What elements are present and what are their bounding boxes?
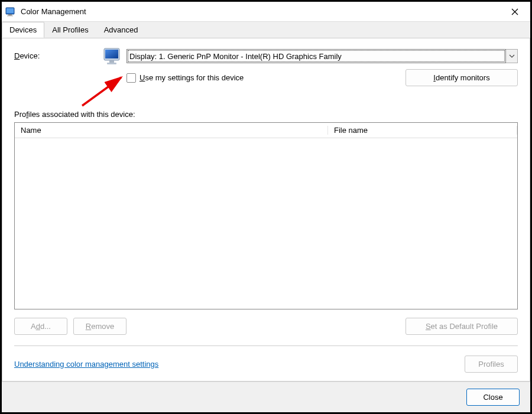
- table-body-empty: [15, 138, 517, 309]
- close-icon: [511, 8, 518, 15]
- profiles-table[interactable]: Name File name: [14, 122, 518, 309]
- tab-strip: Devices All Profiles Advanced: [2, 22, 530, 38]
- svg-rect-10: [107, 63, 116, 64]
- column-header-filename[interactable]: File name: [328, 126, 517, 135]
- window-title: Color Management: [21, 7, 503, 16]
- svg-rect-8: [105, 50, 118, 58]
- use-my-settings-checkbox[interactable]: [126, 73, 136, 83]
- understanding-link[interactable]: Understanding color management settings: [14, 360, 158, 369]
- svg-rect-9: [109, 60, 114, 63]
- dialog-footer: Close: [2, 382, 530, 412]
- device-label: Device:: [14, 49, 103, 60]
- monitor-icon: [103, 47, 123, 67]
- close-button[interactable]: Close: [466, 389, 520, 406]
- divider: [14, 345, 518, 346]
- content-area: Devices All Profiles Advanced Device:: [2, 22, 530, 382]
- set-default-profile-button[interactable]: Set as Default Profile: [406, 318, 518, 335]
- column-header-name[interactable]: Name: [15, 126, 328, 135]
- use-my-settings-label: Use my settings for this device: [140, 73, 244, 82]
- app-icon: [5, 6, 16, 17]
- chevron-down-icon: [509, 54, 515, 58]
- profiles-button[interactable]: Profiles: [465, 356, 518, 373]
- profiles-associated-label: Profiles associated with this device:: [14, 110, 518, 119]
- title-bar: Color Management: [2, 2, 530, 22]
- svg-rect-1: [7, 8, 14, 13]
- remove-profile-button[interactable]: Remove: [73, 318, 126, 335]
- device-dropdown-value: Display: 1. Generic PnP Monitor - Intel(…: [129, 52, 342, 61]
- use-my-settings-checkbox-wrap[interactable]: Use my settings for this device: [126, 73, 244, 83]
- table-header: Name File name: [15, 123, 517, 138]
- device-dropdown-arrow[interactable]: [506, 49, 518, 63]
- tab-all-profiles[interactable]: All Profiles: [44, 22, 96, 38]
- add-profile-button[interactable]: Add...: [14, 318, 67, 335]
- tab-advanced[interactable]: Advanced: [96, 22, 146, 38]
- svg-rect-3: [7, 15, 13, 17]
- identify-monitors-button[interactable]: Identify monitors: [406, 69, 518, 86]
- device-dropdown[interactable]: Display: 1. Generic PnP Monitor - Intel(…: [126, 49, 506, 63]
- profiles-button-row: Add... Remove Set as Default Profile: [14, 318, 518, 335]
- tab-panel-devices: Device:: [2, 38, 530, 382]
- window-close-button[interactable]: [503, 2, 527, 21]
- tab-devices[interactable]: Devices: [2, 22, 44, 38]
- svg-rect-2: [8, 14, 12, 15]
- device-row: Device:: [14, 49, 518, 86]
